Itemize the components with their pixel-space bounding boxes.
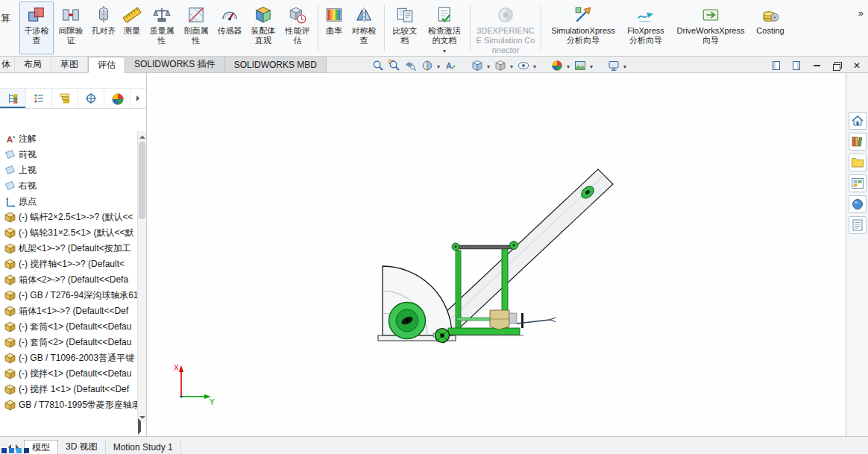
- ribbon-button-simulationxpress[interactable]: SimulationXpress 分析向导: [544, 1, 622, 54]
- scroll-up-icon[interactable]: [138, 131, 146, 140]
- taskbar-icon: [9, 448, 14, 453]
- featuremanager-tree-icon[interactable]: [0, 89, 26, 108]
- tree-item-right-plane[interactable]: 右视: [0, 178, 138, 194]
- section-view-icon[interactable]: [421, 59, 433, 72]
- tree-item-component[interactable]: (-) 套筒<2> (Default<<Defau: [0, 335, 138, 350]
- tree-item-origin[interactable]: 原点: [0, 194, 138, 209]
- pane-left-icon[interactable]: [771, 60, 781, 71]
- triad-y-label: Y: [210, 398, 215, 406]
- configurationmanager-icon[interactable]: [52, 89, 78, 108]
- tree-item-component[interactable]: (-) 搅拌 1<1> (Default<<Def: [0, 382, 138, 397]
- tab-sketch[interactable]: 草图: [51, 57, 88, 72]
- close-icon[interactable]: [852, 60, 862, 71]
- tree-item-component[interactable]: GB / T7810-1995带菱形座轴承: [0, 397, 138, 413]
- tab-3d-views[interactable]: 3D 视图: [58, 440, 106, 454]
- tree-scrollbar[interactable]: [137, 131, 146, 423]
- tree-item-component[interactable]: (-) 搅拌轴<1>->? (Default<: [0, 256, 138, 272]
- ribbon-button-costing[interactable]: Costing: [752, 1, 789, 54]
- tree-item-label: 箱体1<1>->? (Default<<Def: [19, 305, 128, 318]
- ribbon-button-symmetry-check[interactable]: 对称检查: [347, 1, 381, 54]
- view-settings-icon[interactable]: [607, 59, 620, 72]
- document-window-controls: [771, 59, 862, 72]
- appearances-scenes-icon[interactable]: [849, 195, 867, 213]
- tree-item-component[interactable]: 箱体<2>->? (Default<<Defa: [0, 272, 138, 288]
- 3dexperience-connector-icon: [495, 4, 516, 25]
- ribbon-button-label: 测量: [124, 26, 140, 36]
- edit-appearance-icon[interactable]: [550, 59, 563, 72]
- displaymanager-icon[interactable]: [104, 89, 130, 108]
- ribbon-button-curvature[interactable]: 曲率: [321, 1, 347, 54]
- tab-layout[interactable]: 布局: [15, 57, 51, 72]
- ribbon-button-interference-check[interactable]: 干涉检查: [19, 1, 54, 54]
- restore-icon[interactable]: [831, 60, 842, 71]
- part-icon: [4, 243, 16, 254]
- costing-icon: [760, 4, 781, 25]
- ribbon-button-clearance-verification[interactable]: 间隙验证: [54, 1, 88, 54]
- part-icon: [4, 212, 16, 223]
- feature-tree: 注解 前视 上视 右视 原点 (-) 蜗杆2×2.5<1>->? (默认<< (…: [0, 131, 138, 413]
- view-orientation-icon[interactable]: [471, 59, 483, 72]
- tree-item-top-plane[interactable]: 上视: [0, 163, 138, 178]
- ribbon-button-label: 曲率: [326, 26, 342, 36]
- ribbon-button-compare-documents[interactable]: 比较文档: [388, 1, 422, 54]
- tree-item-component[interactable]: (-) GB / T276-94深沟球轴承61: [0, 288, 138, 303]
- annotations-icon: [4, 133, 16, 145]
- cad-model: X Y: [147, 73, 846, 436]
- tab-evaluate[interactable]: 评估: [88, 57, 125, 73]
- display-style-icon[interactable]: [494, 59, 506, 72]
- ribbon-button-label: Costing: [756, 26, 784, 36]
- tab-solidworks-addins[interactable]: SOLIDWORKS 插件: [125, 57, 225, 72]
- tree-item-component[interactable]: 机架<1>->? (Default<按加工: [0, 241, 138, 256]
- ribbon-button-hole-alignment[interactable]: 孔对齐: [88, 1, 119, 54]
- ribbon-button-floxpress[interactable]: FloXpress 分析向导: [622, 1, 670, 54]
- apply-scene-icon[interactable]: [573, 59, 586, 72]
- sensor-icon: [219, 4, 240, 25]
- tree-item-front-plane[interactable]: 前视: [0, 147, 138, 163]
- ribbon-button-measure[interactable]: 测量: [119, 1, 145, 54]
- home-icon[interactable]: [849, 112, 867, 130]
- tree-item-component[interactable]: 箱体1<1>->? (Default<<Def: [0, 303, 138, 319]
- tree-item-component[interactable]: (-) GB / T1096-2003普通平键: [0, 350, 138, 366]
- zoom-to-area-icon[interactable]: [388, 59, 400, 72]
- file-explorer-icon[interactable]: [849, 154, 867, 171]
- featuremanager-flyout-chevron-icon[interactable]: [133, 89, 146, 108]
- ribbon-toolbar: 算 干涉检查 间隙验证 孔对齐 测量 质量属性 剖面属性 传感器 装配体直观 性…: [0, 0, 868, 57]
- design-library-icon[interactable]: [849, 133, 867, 151]
- previous-view-icon[interactable]: [404, 59, 417, 72]
- ribbon-button-mass-properties[interactable]: 质量属性: [145, 1, 179, 54]
- ribbon-button-section-properties[interactable]: 剖面属性: [179, 1, 213, 54]
- propertymanager-icon[interactable]: [26, 89, 52, 108]
- ribbon-button-sensor[interactable]: 传感器: [213, 1, 246, 54]
- ribbon-button-performance-evaluation[interactable]: 性能评估: [280, 1, 315, 54]
- tab-motion-study-1[interactable]: Motion Study 1: [106, 440, 181, 454]
- tree-item-component[interactable]: (-) 搅拌<1> (Default<<Defau: [0, 366, 138, 382]
- tree-item-component[interactable]: (-) 蜗轮31×2.5<1> (默认<<默: [0, 225, 138, 241]
- chain-drive: [452, 242, 518, 251]
- annotation-views-icon[interactable]: A: [444, 59, 456, 72]
- ribbon-button-assembly-visualization[interactable]: 装配体直观: [246, 1, 280, 54]
- minimize-icon[interactable]: [811, 60, 822, 71]
- hide-show-items-icon[interactable]: [517, 59, 529, 72]
- tree-item-label: (-) 套筒<1> (Default<<Defau: [19, 321, 131, 333]
- document-tabs-bar: 模型 3D 视图 Motion Study 1: [0, 436, 868, 454]
- tab-assembly-clipped[interactable]: 体: [0, 57, 15, 72]
- ribbon-button-check-active-document[interactable]: 检查激活的文档: [422, 1, 467, 54]
- graphics-viewport[interactable]: X Y: [147, 73, 846, 436]
- scrollbar-thumb[interactable]: [139, 142, 145, 219]
- dimxpertmanager-icon[interactable]: [78, 89, 104, 108]
- ribbon-button-driveworksxpress[interactable]: DriveWorksXpress 向导: [670, 1, 752, 54]
- tree-item-component[interactable]: (-) 套筒<1> (Default<<Defau: [0, 319, 138, 335]
- view-palette-icon[interactable]: [849, 174, 867, 192]
- measure-icon: [122, 4, 142, 25]
- zoom-to-fit-icon[interactable]: [371, 59, 384, 72]
- ribbon-button-3dexperience-connector[interactable]: 3DEXPERIENCE Simulation Connector: [474, 1, 538, 54]
- symmetry-check-icon: [353, 4, 374, 25]
- tab-solidworks-mbd[interactable]: SOLIDWORKS MBD: [225, 57, 327, 72]
- panel-expand-chevron-icon[interactable]: [138, 421, 144, 432]
- pane-right-icon[interactable]: [791, 60, 802, 71]
- ribbon-overflow-chevron[interactable]: »: [858, 7, 864, 19]
- tree-item-component[interactable]: (-) 蜗杆2×2.5<1>->? (默认<<: [0, 209, 138, 225]
- custom-properties-icon[interactable]: [849, 216, 867, 234]
- tree-item-label: 原点: [19, 195, 37, 208]
- tree-item-annotations[interactable]: 注解: [0, 131, 138, 147]
